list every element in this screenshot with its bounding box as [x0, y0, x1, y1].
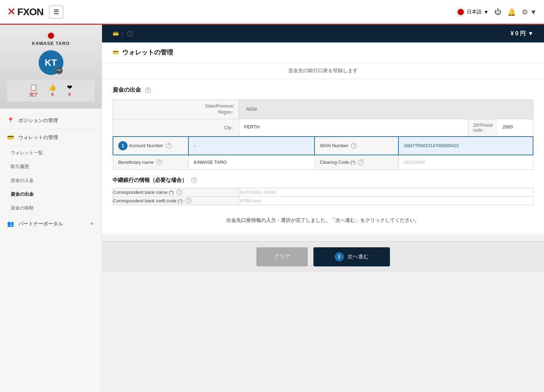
corr-swift-help-icon[interactable]: ?	[186, 198, 191, 203]
city-label-cell: City :	[113, 119, 239, 136]
content-area: 💳 : ? ¥ 0 円 ▼ 💳 ウォレットの管理 送金先の銀行口座を登録します	[102, 25, 544, 392]
correspondent-table: Correspondent bank name (*) ?	[113, 188, 533, 205]
balance-display[interactable]: ¥ 0 円 ▼	[510, 30, 533, 38]
logo-on-part: FXON	[17, 6, 44, 17]
sidebar-sub-item-withdrawal[interactable]: 資金の出金	[0, 188, 102, 201]
section-title-help-icon[interactable]: ?	[145, 87, 151, 93]
language-selector[interactable]: 日本語 ▼	[457, 8, 489, 16]
wallet-list-label: ウォレット一覧	[11, 150, 43, 155]
hearts-value: 0	[68, 92, 71, 97]
bank-fields-table: 1 Account Number ? IBAN Number ?	[113, 136, 533, 170]
sidebar-item-label-wallet-management: ウォレットの管理	[18, 134, 58, 141]
top-navigation: ✕ FXON ☰ 日本語 ▼ ⏻ 🔔 ⚙ ▼	[0, 0, 544, 25]
zip-input-wrap	[498, 119, 533, 136]
beneficiary-input[interactable]	[193, 158, 310, 166]
correspondent-bank-name-label-cell: Correspondent bank name (*) ?	[113, 188, 239, 196]
corr-bank-name-help-icon[interactable]: ?	[176, 189, 182, 195]
beneficiary-label: Beneficiary name	[118, 160, 154, 165]
account-number-input[interactable]	[193, 142, 310, 150]
sidebar-sub-item-wallet-list[interactable]: ウォレット一覧	[0, 146, 102, 160]
beneficiary-label-cell: Beneficiary name ?	[113, 155, 188, 170]
settings-button[interactable]: ⚙ ▼	[522, 8, 537, 16]
notifications-button[interactable]: 🔔	[507, 8, 516, 16]
page-content: 💳 ウォレットの管理 送金先の銀行口座を登録します 資金の出金 ? State/…	[102, 42, 544, 392]
correspondent-section: 中継銀行の情報（必要な場合） ? Correspondent bank name…	[113, 177, 533, 205]
iban-input[interactable]	[403, 142, 528, 150]
clearing-label-cell: Clearing Code (*) ?	[314, 155, 398, 170]
sidebar-item-partner-portal[interactable]: 👥 パートナーポータル ＋	[0, 215, 102, 233]
correspondent-swift-input[interactable]	[239, 197, 533, 205]
colon-separator: :	[121, 31, 123, 36]
balance-dropdown-icon: ▼	[528, 30, 533, 37]
correspondent-bank-name-value-cell	[239, 188, 533, 196]
step2-badge: 2	[335, 252, 344, 261]
page-header-wallet-icon: 💳	[113, 50, 119, 55]
account-number-help-icon[interactable]: ?	[166, 143, 172, 149]
japan-flag-icon	[457, 8, 465, 16]
sub-header-left: 💳 : ?	[113, 31, 133, 36]
city-zip-value-cell: ZIP/Postalcode :	[239, 119, 533, 136]
sidebar-item-label-positions: ポジションの管理	[18, 117, 58, 124]
clearing-help-icon[interactable]: ?	[358, 160, 364, 165]
account-number-value-cell	[188, 137, 314, 155]
likes-value: 0	[51, 92, 54, 97]
account-number-label-cell: 1 Account Number ?	[113, 137, 188, 155]
stat-hearts: ❤ 0	[67, 83, 72, 98]
beneficiary-help-icon[interactable]: ?	[157, 160, 162, 165]
completed-value: 完了	[29, 92, 38, 98]
iban-label: IBAN Number	[320, 143, 348, 148]
iban-label-cell: IBAN Number ?	[314, 137, 398, 155]
sidebar-item-positions[interactable]: 📍 ポジションの管理	[0, 112, 102, 129]
avatar: KT 📷	[39, 50, 63, 75]
wallet-management-icon: 💳	[7, 134, 14, 141]
withdrawal-label: 資金の出金	[11, 191, 34, 197]
correspondent-title-text: 中継銀行の情報（必要な場合）	[113, 177, 187, 184]
city-input[interactable]	[243, 123, 464, 131]
withdrawal-section-label: 資金の出金	[113, 86, 141, 94]
next-button[interactable]: 2 次へ進む	[313, 247, 390, 266]
bottom-notice: 出金先口座情報の入力・選択が完了しました。「次へ進む」をクリックしてください。	[113, 214, 533, 227]
avatar-initials: KT	[45, 57, 57, 68]
sub-header-help-icon[interactable]: ?	[127, 31, 133, 36]
beneficiary-value-cell	[188, 155, 314, 170]
profile-stats: 📋 完了 👍 0 ❤ 0	[7, 80, 95, 102]
account-number-label: Account Number	[129, 143, 163, 148]
logo-x-part: ✕	[7, 6, 15, 17]
sidebar-sub-item-deposit[interactable]: 資金の入金	[0, 174, 102, 188]
clear-button[interactable]: クリア	[256, 247, 308, 266]
sidebar-item-wallet-management[interactable]: 💳 ウォレットの管理	[0, 129, 102, 146]
bottom-notice-text: 出金先口座情報の入力・選択が完了しました。「次へ進む」をクリックしてください。	[226, 217, 420, 223]
correspondent-swift-value-cell	[239, 196, 533, 205]
power-button[interactable]: ⏻	[494, 8, 502, 16]
profile-flag-icon	[47, 32, 55, 40]
language-label: 日本語	[467, 9, 482, 15]
zip-input[interactable]	[502, 123, 529, 131]
sub-header: 💳 : ? ¥ 0 円 ▼	[102, 25, 544, 42]
correspondent-bank-name-label: Correspondent bank name (*)	[113, 190, 174, 195]
city-zip-row: City : ZIP/Postalcode :	[113, 119, 533, 136]
section-title-withdrawal: 資金の出金 ?	[113, 86, 533, 94]
state-value-cell: NSW	[239, 100, 533, 119]
correspondent-bank-name-input[interactable]	[239, 188, 533, 196]
state-value: NSW	[243, 105, 260, 113]
correspondent-swift-label-cell: Correspondent bank swift code (*) ?	[113, 196, 239, 205]
clearing-input[interactable]	[403, 158, 529, 166]
sidebar-sub-item-transfer[interactable]: 資金の移動	[0, 201, 102, 215]
form-section: 資金の出金 ? State/Province/Region : NSW	[102, 79, 544, 234]
hamburger-button[interactable]: ☰	[49, 5, 63, 19]
expand-partner-icon[interactable]: ＋	[89, 220, 95, 227]
likes-icon: 👍	[49, 83, 56, 91]
account-iban-row: 1 Account Number ? IBAN Number ?	[113, 137, 533, 155]
sidebar: KAWASE TARO KT 📷 📋 完了 👍 0 ❤ 0	[0, 25, 102, 392]
page-title: ウォレットの管理	[122, 48, 173, 57]
camera-icon[interactable]: 📷	[56, 67, 63, 74]
transfer-label: 資金の移動	[11, 205, 34, 211]
wallet-icon-sub: 💳	[113, 31, 119, 36]
correspondent-help-icon[interactable]: ?	[191, 177, 197, 183]
sidebar-navigation: 📍 ポジションの管理 💳 ウォレットの管理 ウォレット一覧 取引履歴 資金の入金…	[0, 109, 102, 236]
state-row: State/Province/Region : NSW	[113, 100, 533, 119]
sidebar-sub-item-trade-history[interactable]: 取引履歴	[0, 160, 102, 174]
beneficiary-clearing-row: Beneficiary name ? Clearing Code (*) ?	[113, 155, 533, 170]
iban-help-icon[interactable]: ?	[351, 143, 357, 149]
balance-amount: ¥ 0 円	[510, 30, 526, 38]
